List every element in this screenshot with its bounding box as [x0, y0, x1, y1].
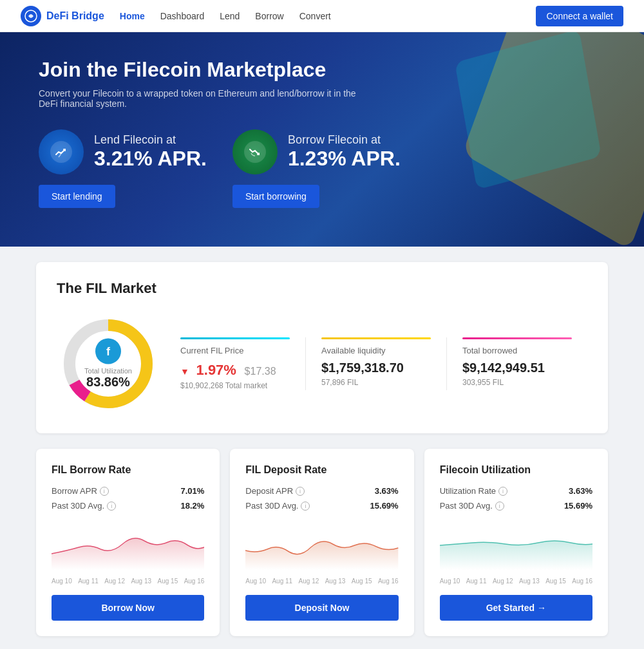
nav-lend[interactable]: Lend: [220, 11, 240, 21]
hero-section: Join the Filecoin Marketplace Convert yo…: [0, 32, 644, 247]
navbar: DeFi Bridge Home Dashboard Lend Borrow C…: [0, 0, 644, 32]
deposit-apr-label: Deposit APR i: [245, 486, 305, 496]
stat-line-yellow: [321, 337, 431, 339]
borrow-rate-card: FIL Borrow Rate Borrow APR i 7.01% Past …: [36, 449, 220, 636]
deposit-chart-labels: Aug 10 Aug 11 Aug 12 Aug 13 Aug 15 Aug 1…: [245, 578, 398, 585]
util-chart-labels: Aug 10 Aug 11 Aug 12 Aug 13 Aug 15 Aug 1…: [440, 578, 592, 585]
stat-borrowed-label: Total borrowed: [462, 346, 572, 355]
rate-cards-container: FIL Borrow Rate Borrow APR i 7.01% Past …: [36, 449, 608, 636]
nav-dashboard[interactable]: Dashboard: [160, 11, 205, 21]
util-rate-row: Utilization Rate i 3.63%: [440, 486, 592, 496]
lend-card: Lend Filecoin at 3.21% APR. Start lendin…: [39, 129, 207, 208]
stat-liquidity-sub: 57,896 FIL: [321, 378, 431, 387]
borrow-apr-label: Borrow APR i: [52, 486, 109, 496]
borrow-past30-value: 18.2%: [180, 501, 204, 511]
deposit-past30-info-icon[interactable]: i: [301, 502, 310, 511]
util-past30-value: 15.69%: [564, 501, 592, 511]
deposit-past30-label: Past 30D Avg. i: [245, 501, 310, 511]
fil-icon: f: [95, 339, 121, 364]
borrow-rate: 1.23% APR.: [288, 147, 401, 171]
borrow-past30-info-icon[interactable]: i: [107, 502, 116, 511]
logo-text: DeFi Bridge: [46, 10, 104, 22]
nav-links: Home Dashboard Lend Borrow Convert: [120, 11, 536, 21]
util-past30-label: Past 30D Avg. i: [440, 501, 504, 511]
down-arrow: ▼: [180, 366, 189, 377]
hero-subtitle: Convert your Filecoin to a wrapped token…: [39, 88, 361, 109]
donut-label: Total Utilization: [84, 367, 132, 375]
stat-liquidity: Available liquidity $1,759,318.70 57,896…: [305, 337, 446, 390]
borrow-rate-chart: [52, 518, 204, 570]
donut-chart: f Total Utilization 83.86%: [57, 312, 160, 415]
lend-card-top: Lend Filecoin at 3.21% APR.: [39, 129, 207, 174]
deposit-apr-row: Deposit APR i 3.63%: [245, 486, 398, 496]
hero-cards: Lend Filecoin at 3.21% APR. Start lendin…: [39, 129, 605, 208]
donut-center: f Total Utilization 83.86%: [84, 339, 132, 390]
deposit-rate-title: FIL Deposit Rate: [245, 464, 398, 476]
svg-point-2: [244, 141, 266, 163]
stat-liquidity-label: Available liquidity: [321, 346, 431, 355]
start-borrowing-button[interactable]: Start borrowing: [232, 185, 319, 208]
market-content: f Total Utilization 83.86% Current FIL P…: [57, 312, 587, 415]
main-content: The FIL Market f Total Utilization: [26, 247, 618, 636]
stat-fil-price-sub: $10,902,268 Total market: [180, 381, 290, 390]
deposit-apr-info-icon[interactable]: i: [296, 487, 305, 496]
lend-label: Lend Filecoin at: [94, 133, 207, 147]
borrow-chart-labels: Aug 10 Aug 11 Aug 12 Aug 13 Aug 15 Aug 1…: [52, 578, 204, 585]
stat-fil-price: Current FIL Price ▼ 1.97% $17.38 $10,902…: [180, 337, 305, 390]
connect-wallet-button[interactable]: Connect a wallet: [536, 6, 623, 26]
borrow-apr-row: Borrow APR i 7.01%: [52, 486, 204, 496]
util-rate-value: 3.63%: [569, 486, 592, 496]
stat-fil-price-value: ▼ 1.97% $17.38: [180, 361, 290, 379]
util-rate-info-icon[interactable]: i: [498, 487, 507, 496]
deposit-rate-chart: [245, 518, 398, 570]
market-card: The FIL Market f Total Utilization: [36, 262, 608, 433]
util-past30-row: Past 30D Avg. i 15.69%: [440, 501, 592, 511]
stat-borrowed: Total borrowed $9,142,949.51 303,955 FIL: [446, 337, 587, 390]
borrow-past30-row: Past 30D Avg. i 18.2%: [52, 501, 204, 511]
nav-home[interactable]: Home: [120, 11, 145, 21]
stat-liquidity-value: $1,759,318.70: [321, 361, 431, 375]
lend-text: Lend Filecoin at 3.21% APR.: [94, 133, 207, 171]
deposit-rate-card: FIL Deposit Rate Deposit APR i 3.63% Pas…: [230, 449, 413, 636]
utilization-card: Filecoin Utilization Utilization Rate i …: [424, 449, 608, 636]
deposit-past30-value: 15.69%: [370, 501, 399, 511]
pct-change: 1.97%: [196, 362, 236, 378]
borrow-text: Borrow Filecoin at 1.23% APR.: [288, 133, 401, 171]
market-title: The FIL Market: [57, 280, 587, 297]
borrow-rate-title: FIL Borrow Rate: [52, 464, 204, 476]
stat-borrowed-sub: 303,955 FIL: [462, 378, 572, 387]
borrow-now-button[interactable]: Borrow Now: [52, 595, 204, 621]
donut-value: 83.86%: [84, 375, 132, 390]
logo-icon: [21, 6, 41, 26]
util-chart: [440, 518, 592, 570]
deposit-now-button[interactable]: Deposit Now: [245, 595, 398, 621]
borrow-apr-info-icon[interactable]: i: [100, 487, 109, 496]
nav-borrow[interactable]: Borrow: [255, 11, 283, 21]
borrow-past30-label: Past 30D Avg. i: [52, 501, 116, 511]
lend-rate: 3.21% APR.: [94, 147, 207, 171]
get-started-button[interactable]: Get Started: [440, 595, 592, 621]
start-lending-button[interactable]: Start lending: [39, 185, 115, 208]
borrow-card: Borrow Filecoin at 1.23% APR. Start borr…: [232, 129, 401, 208]
borrow-icon: [232, 129, 278, 174]
borrow-card-top: Borrow Filecoin at 1.23% APR.: [232, 129, 401, 174]
lend-icon: [39, 129, 84, 174]
hero-title: Join the Filecoin Marketplace: [39, 58, 605, 82]
logo[interactable]: DeFi Bridge: [21, 6, 104, 26]
deposit-apr-value: 3.63%: [375, 486, 399, 496]
usd-value: $17.38: [245, 366, 276, 377]
util-past30-info-icon[interactable]: i: [495, 502, 504, 511]
nav-convert[interactable]: Convert: [299, 11, 331, 21]
stat-borrowed-value: $9,142,949.51: [462, 361, 572, 375]
stat-line-pink: [462, 337, 572, 339]
util-rate-label: Utilization Rate i: [440, 486, 507, 496]
borrow-apr-value: 7.01%: [180, 486, 204, 496]
stat-fil-price-label: Current FIL Price: [180, 346, 290, 355]
deposit-past30-row: Past 30D Avg. i 15.69%: [245, 501, 398, 511]
utilization-title: Filecoin Utilization: [440, 464, 592, 476]
stat-line-cyan: [180, 337, 290, 339]
borrow-label: Borrow Filecoin at: [288, 133, 401, 147]
market-stats: Current FIL Price ▼ 1.97% $17.38 $10,902…: [180, 337, 587, 390]
